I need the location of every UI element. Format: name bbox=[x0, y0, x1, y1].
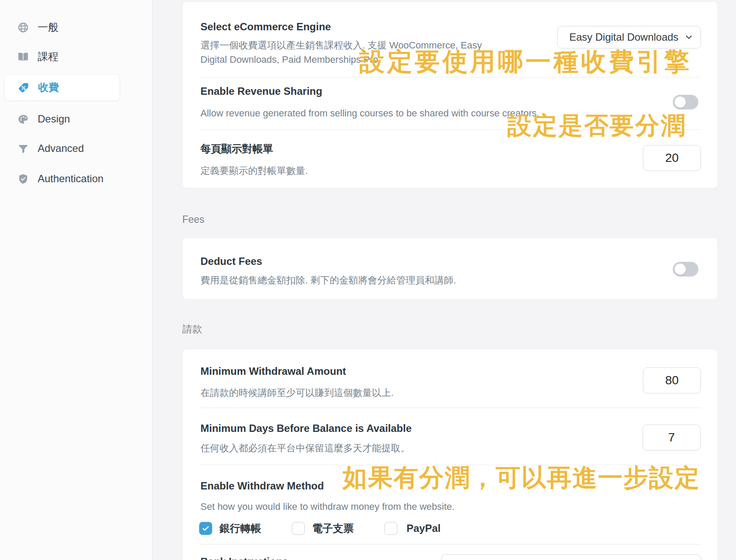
paypal-checkbox[interactable] bbox=[384, 522, 397, 535]
bank-instructions-textarea[interactable] bbox=[441, 554, 701, 560]
sidebar-item-design[interactable]: Design bbox=[4, 106, 120, 132]
section-label-withdraw: 請款 bbox=[182, 322, 202, 336]
echeck-label: 電子支票 bbox=[312, 521, 354, 535]
ecommerce-engine-selected-value: Easy Digital Downloads bbox=[569, 31, 678, 43]
min-days-description: 任何收入都必須在平台中保留這麼多天才能提取。 bbox=[200, 441, 410, 455]
shield-check-icon bbox=[17, 173, 29, 185]
check-icon bbox=[201, 524, 210, 533]
statements-per-page-input[interactable] bbox=[643, 145, 701, 171]
bank-transfer-label: 銀行轉帳 bbox=[220, 521, 261, 535]
palette-icon bbox=[17, 113, 29, 125]
annotation-revenue-share: 設定是否要分潤 bbox=[507, 113, 686, 138]
ecommerce-engine-card: Select eCommerce Engine 選擇一個收費選項以產生銷售課程收… bbox=[182, 1, 718, 188]
tag-percent-icon bbox=[18, 82, 29, 93]
sidebar-item-label: Advanced bbox=[38, 142, 84, 154]
annotation-engine-choice: 設定要使用哪一種收費引擎 bbox=[359, 48, 692, 75]
engine-title: Select eCommerce Engine bbox=[200, 21, 331, 32]
ecommerce-engine-select[interactable]: Easy Digital Downloads bbox=[557, 26, 701, 48]
divider bbox=[200, 77, 700, 77]
sidebar-item-advanced[interactable]: Advanced bbox=[4, 135, 120, 162]
deduct-fees-card: Deduct Fees 費用是從銷售總金額扣除. 剩下的金額將會分給管理員和講師… bbox=[182, 238, 718, 299]
withdraw-method-bank-transfer[interactable]: 銀行轉帳 bbox=[199, 521, 261, 535]
sidebar-item-label: Authentication bbox=[38, 173, 103, 185]
filter-icon bbox=[17, 143, 29, 154]
revenue-sharing-title: Enable Revenue Sharing bbox=[200, 85, 322, 97]
annotation-withdraw-settings: 如果有分潤，可以再進一步設定 bbox=[342, 465, 700, 491]
min-withdrawal-amount-description: 在請款的時候講師至少可以賺到這個數量以上. bbox=[200, 386, 394, 400]
deduct-fees-toggle[interactable] bbox=[673, 262, 698, 277]
toggle-knob bbox=[675, 264, 686, 275]
sidebar-item-monetization[interactable]: 收費 bbox=[4, 74, 120, 101]
withdraw-method-echeck[interactable]: 電子支票 bbox=[292, 521, 354, 535]
deduct-fees-title: Deduct Fees bbox=[200, 255, 262, 267]
sidebar-item-label: 一般 bbox=[38, 20, 58, 34]
withdraw-method-paypal[interactable]: PayPal bbox=[384, 521, 441, 535]
globe-icon bbox=[17, 22, 29, 33]
settings-sidebar: 一般 課程 收費 Desig bbox=[0, 0, 152, 560]
bank-instructions-title: Bank Instructions bbox=[200, 556, 288, 560]
withdraw-method-description: Set how you would like to withdraw money… bbox=[200, 499, 455, 514]
divider bbox=[200, 408, 700, 408]
min-days-input[interactable] bbox=[642, 425, 700, 451]
divider bbox=[200, 544, 700, 544]
revenue-sharing-description: Allow revenue generated from selling cou… bbox=[200, 106, 539, 120]
toggle-knob bbox=[675, 97, 686, 108]
sidebar-item-label: 收費 bbox=[38, 80, 59, 94]
book-icon bbox=[17, 51, 29, 63]
revenue-sharing-toggle[interactable] bbox=[673, 95, 698, 109]
sidebar-item-general[interactable]: 一般 bbox=[4, 14, 120, 41]
withdraw-method-title: Enable Withdraw Method bbox=[200, 480, 324, 492]
min-days-title: Minimum Days Before Balance is Available bbox=[200, 422, 412, 434]
statements-per-page-title: 每頁顯示對帳單 bbox=[200, 143, 273, 154]
statements-per-page-description: 定義要顯示的對帳單數量. bbox=[200, 164, 308, 178]
sidebar-item-label: Design bbox=[38, 113, 70, 125]
echeck-checkbox[interactable] bbox=[292, 522, 305, 535]
withdraw-settings-card: Minimum Withdrawal Amount 在請款的時候講師至少可以賺到… bbox=[182, 349, 718, 560]
min-withdrawal-amount-input[interactable] bbox=[643, 367, 701, 393]
paypal-label: PayPal bbox=[407, 522, 441, 534]
sidebar-item-courses[interactable]: 課程 bbox=[4, 43, 120, 70]
chevron-down-icon bbox=[684, 32, 694, 42]
deduct-fees-description: 費用是從銷售總金額扣除. 剩下的金額將會分給管理員和講師. bbox=[200, 273, 456, 287]
sidebar-item-label: 課程 bbox=[38, 50, 58, 64]
min-withdrawal-amount-title: Minimum Withdrawal Amount bbox=[200, 365, 346, 377]
section-label-fees: Fees bbox=[182, 214, 204, 225]
bank-transfer-checkbox[interactable] bbox=[199, 522, 212, 535]
sidebar-item-authentication[interactable]: Authentication bbox=[4, 165, 120, 192]
